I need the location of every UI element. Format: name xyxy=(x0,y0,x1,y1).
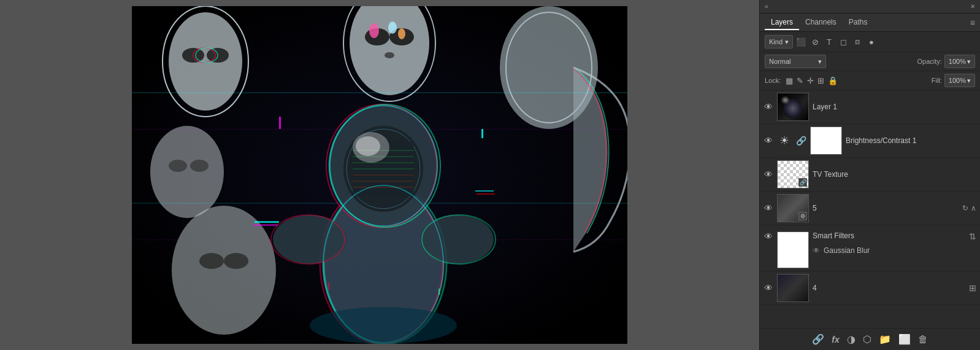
layer-actions-5: ↻ ∧ xyxy=(962,204,976,212)
svg-point-11 xyxy=(385,52,394,58)
layer-item-layer4[interactable]: 👁 4 ⊞ xyxy=(760,271,980,305)
layer5-extra-icon[interactable]: ↻ xyxy=(962,204,968,212)
svg-point-12 xyxy=(369,23,379,38)
layer-item-smart-filters-container[interactable]: 👁 Smart Filters 👁 Gaussian Blur ⇅ xyxy=(760,225,980,271)
lock-checkerboard-icon[interactable]: ▦ xyxy=(786,76,793,85)
pixel-filter-icon[interactable]: ⬛ xyxy=(795,37,806,47)
layer4-icon[interactable]: ⊞ xyxy=(969,283,976,293)
canvas-area xyxy=(0,0,759,350)
shape-filter-icon[interactable]: ◻ xyxy=(838,37,849,47)
layer-item-layer1[interactable]: 👁 Layer 1 xyxy=(760,90,980,124)
delete-layer-icon[interactable]: 🗑 xyxy=(918,334,928,345)
blend-mode-dropdown[interactable]: Normal ▾ xyxy=(765,55,826,68)
folder-group-icon[interactable]: 📁 xyxy=(879,333,891,345)
kind-dropdown[interactable]: Kind ▾ xyxy=(765,35,793,49)
lock-all-icon[interactable]: 🔒 xyxy=(828,76,838,85)
lock-icons: ▦ ✎ ✛ ⊞ 🔒 xyxy=(786,76,838,85)
layer-thumbnail-brightness1 xyxy=(810,126,842,155)
svg-point-22 xyxy=(224,253,248,269)
tab-layers[interactable]: Layers xyxy=(765,15,799,30)
layer-visibility-layer4[interactable]: 👁 xyxy=(764,283,773,293)
svg-point-2 xyxy=(169,12,242,111)
svg-rect-57 xyxy=(481,129,483,138)
smart-filter-icon[interactable]: ⧈ xyxy=(852,37,863,47)
opacity-label: Opacity: xyxy=(917,58,942,65)
panel-topbar: « ✕ xyxy=(760,0,980,14)
layer-visibility-tv-texture[interactable]: 👁 xyxy=(764,169,773,179)
layer-visibility-layer1[interactable]: 👁 xyxy=(764,102,773,112)
fill-label: Fill: xyxy=(932,77,942,84)
tab-paths[interactable]: Paths xyxy=(843,15,874,30)
lock-label: Lock: xyxy=(765,77,781,84)
blend-mode-arrow: ▾ xyxy=(818,58,822,66)
filter-icons: ⬛ ⊘ T ◻ ⧈ ● xyxy=(795,37,877,47)
link-layers-icon[interactable]: 🔗 xyxy=(812,333,824,345)
gaussian-eye[interactable]: 👁 xyxy=(813,246,820,255)
svg-point-45 xyxy=(273,215,346,264)
filter-dot-icon[interactable]: ● xyxy=(866,37,877,47)
svg-point-55 xyxy=(310,307,457,344)
opacity-value[interactable]: 100% ▾ xyxy=(944,55,975,68)
layer-item-tv-texture[interactable]: 👁 🔗 TV Texture xyxy=(760,158,980,192)
fill-row: Fill: 100% ▾ xyxy=(932,74,975,87)
layer-info-tv-texture: TV Texture xyxy=(813,170,976,179)
svg-point-14 xyxy=(398,28,405,39)
canvas-wrapper xyxy=(132,6,627,344)
opacity-row: Opacity: 100% ▾ xyxy=(917,55,976,68)
layer-visibility-brightness1[interactable]: 👁 xyxy=(764,136,773,146)
svg-point-47 xyxy=(420,215,494,264)
collapse-icon[interactable]: « xyxy=(765,3,768,10)
lock-brush-icon[interactable]: ✎ xyxy=(797,76,803,85)
panel-menu-icon[interactable]: ≡ xyxy=(970,18,975,28)
lock-move-icon[interactable]: ✛ xyxy=(807,76,814,85)
layer-info-layer1: Layer 1 xyxy=(813,103,976,111)
sort-icon[interactable]: ⇅ xyxy=(969,231,976,241)
layers-list[interactable]: 👁 Layer 1 👁 ☀ 🔗 Brightness/Contrast 1 👁 … xyxy=(760,90,980,328)
new-layer-icon[interactable]: ⬜ xyxy=(898,333,911,345)
tabs-row: Layers Channels Paths ≡ xyxy=(760,14,980,32)
layer-name-smart: Smart Filters xyxy=(813,231,965,240)
adjustment-icon: ☀ xyxy=(777,134,792,147)
layers-panel: « ✕ Layers Channels Paths ≡ Kind ▾ ⬛ ⊘ T… xyxy=(759,0,980,350)
fill-value[interactable]: 100% ▾ xyxy=(944,74,975,87)
mask-icon[interactable]: ⬡ xyxy=(863,333,871,345)
layer-item-layer5[interactable]: 👁 ⚙ 5 ↻ ∧ xyxy=(760,192,980,225)
svg-point-13 xyxy=(388,21,397,34)
close-icon[interactable]: ✕ xyxy=(970,3,975,10)
svg-rect-23 xyxy=(132,92,627,93)
layer-visibility-smart[interactable]: 👁 xyxy=(764,231,773,241)
svg-point-18 xyxy=(169,160,187,172)
svg-point-19 xyxy=(190,160,209,172)
smart-filter-icon-right: ⇅ xyxy=(969,231,976,241)
lock-artboard-icon[interactable]: ⊞ xyxy=(817,76,824,85)
gaussian-blur-row[interactable]: 👁 Gaussian Blur xyxy=(813,246,965,255)
layer-item-brightness1[interactable]: 👁 ☀ 🔗 Brightness/Contrast 1 xyxy=(760,124,980,158)
tab-channels[interactable]: Channels xyxy=(799,15,843,30)
svg-rect-51 xyxy=(475,190,494,192)
layer-info-brightness1: Brightness/Contrast 1 xyxy=(846,136,976,145)
layer-name-layer4: 4 xyxy=(813,284,965,292)
svg-rect-56 xyxy=(279,117,281,129)
layer-info-layer5: 5 xyxy=(813,204,959,212)
layer-thumbnail-layer5: ⚙ xyxy=(777,194,809,222)
link-icon: 🔗 xyxy=(795,136,806,146)
svg-point-17 xyxy=(150,126,224,218)
layer-name-brightness1: Brightness/Contrast 1 xyxy=(846,136,976,145)
layer-name-layer5: 5 xyxy=(813,204,959,212)
layer-thumbnail-tv-texture: 🔗 xyxy=(777,160,809,189)
layer-thumbnail-smart xyxy=(777,231,809,268)
svg-rect-52 xyxy=(477,193,495,195)
layer-visibility-layer5[interactable]: 👁 xyxy=(764,203,773,213)
lock-row: Lock: ▦ ✎ ✛ ⊞ 🔒 Fill: 100% ▾ xyxy=(760,71,980,90)
canvas-image[interactable] xyxy=(132,6,627,344)
filter-row: Kind ▾ ⬛ ⊘ T ◻ ⧈ ● xyxy=(760,32,980,52)
adjustment-layer-icon[interactable]: ◑ xyxy=(847,333,856,345)
type-filter-icon[interactable]: T xyxy=(824,37,835,47)
no-filter-icon[interactable]: ⊘ xyxy=(810,37,821,47)
layer-name-tv-texture: TV Texture xyxy=(813,170,976,179)
layer5-collapse-icon[interactable]: ∧ xyxy=(971,204,976,212)
svg-rect-58 xyxy=(328,282,329,290)
fx-icon[interactable]: fx xyxy=(832,335,839,344)
svg-point-44 xyxy=(356,136,380,156)
topbar-icons: ✕ xyxy=(970,3,975,10)
